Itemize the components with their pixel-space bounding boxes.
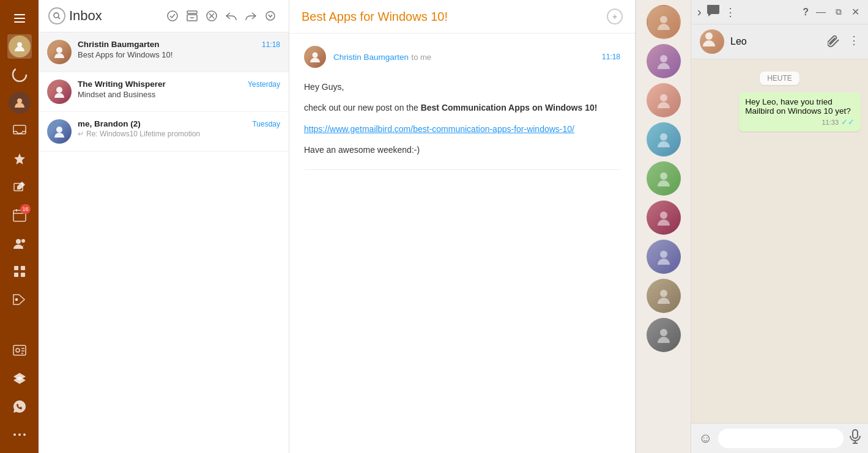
svg-rect-1 — [14, 18, 25, 19]
inbox-title: Inbox — [69, 8, 102, 24]
compose-icon[interactable] — [7, 175, 32, 199]
wa-help-icon[interactable]: ? — [803, 7, 809, 18]
svg-point-45 — [660, 172, 667, 180]
svg-point-46 — [660, 212, 667, 219]
mark-read-button[interactable] — [164, 7, 181, 24]
email-item-1[interactable]: Christin Baumgarten 11:18 Best Apps for … — [39, 32, 289, 72]
svg-marker-7 — [14, 153, 25, 164]
email-meta-info: Christin Baumgarten to me — [333, 51, 595, 62]
email-body: Hey Guys, check out our new post on the … — [304, 80, 620, 157]
email-content-2: The Writing Whisperer Yesterday Mindset … — [78, 79, 280, 99]
wa-message-text: Hey Leo, have you tried Mailbird on Wind… — [745, 97, 851, 116]
email-sender-2: The Writing Whisperer — [78, 79, 166, 89]
wa-top-bar: › ⋮ ? — ⧉ ✕ — [691, 0, 868, 24]
email-meta-avatar — [304, 46, 326, 68]
delete-button[interactable] — [203, 7, 220, 24]
reply-button[interactable] — [223, 7, 240, 24]
wa-contact-4[interactable] — [647, 122, 681, 157]
wa-more-dots[interactable]: ⋮ — [725, 6, 736, 19]
svg-point-38 — [56, 87, 62, 93]
contact-card-icon[interactable] — [7, 338, 32, 363]
wa-paperclip-icon[interactable] — [828, 34, 840, 50]
email-meta: Christin Baumgarten to me 11:18 — [304, 46, 620, 68]
email-list-panel: Inbox — [39, 0, 289, 453]
wa-restore-icon[interactable]: ⧉ — [833, 7, 844, 17]
menu-icon[interactable] — [7, 6, 32, 31]
email-divider — [304, 169, 620, 170]
more-actions-button[interactable] — [262, 7, 279, 24]
wa-more-options-icon[interactable]: ⋮ — [848, 34, 859, 50]
wa-contact-3[interactable] — [647, 83, 681, 117]
email-subject-1: Best Apps for Windows 10! — [78, 50, 280, 59]
wa-chat-avatar[interactable] — [700, 29, 724, 54]
wa-chat-header: Leo ⋮ — [691, 24, 868, 59]
email-time-2: Yesterday — [248, 80, 280, 89]
svg-point-50 — [705, 32, 713, 40]
wa-contact-5[interactable] — [647, 161, 681, 196]
avatar-icon[interactable] — [7, 90, 32, 115]
email-from: Christin Baumgarten — [333, 53, 409, 62]
wa-header-icons: ⋮ — [828, 34, 859, 50]
spinner-icon[interactable] — [7, 62, 32, 87]
svg-rect-2 — [14, 21, 25, 23]
email-to-label: to me — [412, 53, 432, 62]
svg-point-25 — [18, 433, 21, 436]
add-label-button[interactable]: + — [607, 9, 623, 24]
forward-button[interactable] — [242, 7, 259, 24]
inbox-icon[interactable] — [7, 119, 32, 143]
whatsapp-icon[interactable] — [7, 394, 32, 419]
wa-contact-7[interactable] — [647, 240, 681, 274]
more-icon[interactable] — [7, 422, 32, 447]
email-item-2[interactable]: The Writing Whisperer Yesterday Mindset … — [39, 72, 289, 112]
wa-mic-button[interactable] — [850, 429, 861, 447]
wa-contact-9[interactable] — [647, 318, 681, 352]
sidebar: 16 — [0, 0, 39, 453]
wa-chat: › ⋮ ? — ⧉ ✕ Leo — [691, 0, 868, 453]
wa-back-icon[interactable]: › — [697, 5, 702, 19]
wa-message-input[interactable] — [718, 429, 844, 448]
wa-contact-8[interactable] — [647, 279, 681, 313]
wa-minimize-icon[interactable]: — — [814, 7, 828, 18]
email-content-3: me, Brandon (2) Tuesday ↵ Re: Windows10 … — [78, 119, 280, 138]
wa-chat-icon[interactable] — [707, 4, 720, 20]
wa-close-icon[interactable]: ✕ — [849, 6, 862, 18]
svg-rect-30 — [187, 11, 197, 13]
svg-rect-51 — [853, 430, 858, 438]
archive-button[interactable] — [184, 7, 201, 24]
email-sender-1: Christin Baumgarten — [78, 40, 160, 49]
email-preview-3: ↵ Re: Windows10 Lifetime promotion — [78, 130, 280, 138]
star-icon[interactable] — [7, 147, 32, 171]
email-avatar-2 — [47, 79, 72, 104]
wa-message-time: 11:33 — [822, 119, 839, 126]
search-icon[interactable] — [48, 7, 65, 24]
contacts-icon[interactable] — [7, 231, 32, 256]
email-reading-panel: Best Apps for Windows 10! + Christin Bau… — [289, 0, 636, 453]
search-box: Inbox — [48, 7, 158, 24]
wa-contacts-list — [636, 0, 691, 453]
wa-contact-2[interactable] — [647, 44, 681, 78]
svg-point-3 — [17, 42, 22, 47]
svg-point-13 — [16, 239, 21, 244]
apps-icon[interactable] — [7, 259, 32, 284]
email-reading-header: Best Apps for Windows 10! + — [289, 0, 635, 34]
wa-message-meta: 11:33 ✓✓ — [745, 117, 855, 127]
email-body-area: Christin Baumgarten to me 11:18 Hey Guys… — [289, 34, 635, 453]
email-item-3[interactable]: me, Brandon (2) Tuesday ↵ Re: Windows10 … — [39, 112, 289, 152]
wa-emoji-button[interactable]: ☺ — [699, 430, 712, 446]
calendar-icon[interactable]: 16 — [7, 203, 32, 227]
email-list-header: Inbox — [39, 0, 289, 32]
email-link[interactable]: https://www.getmailbird.com/best-communi… — [304, 124, 574, 134]
wa-contact-1[interactable] — [647, 5, 681, 39]
dropbox-icon[interactable] — [7, 366, 32, 391]
svg-rect-0 — [14, 14, 25, 15]
svg-point-27 — [54, 13, 59, 18]
calendar-badge: 16 — [20, 204, 30, 214]
people-icon[interactable] — [7, 34, 32, 59]
svg-point-19 — [15, 299, 17, 301]
tags-icon[interactable] — [7, 287, 32, 312]
svg-rect-17 — [14, 273, 18, 277]
email-subject-2: Mindset and Business — [78, 90, 280, 99]
svg-point-48 — [660, 290, 667, 297]
wa-contact-6[interactable] — [647, 201, 681, 235]
svg-rect-16 — [21, 266, 25, 270]
